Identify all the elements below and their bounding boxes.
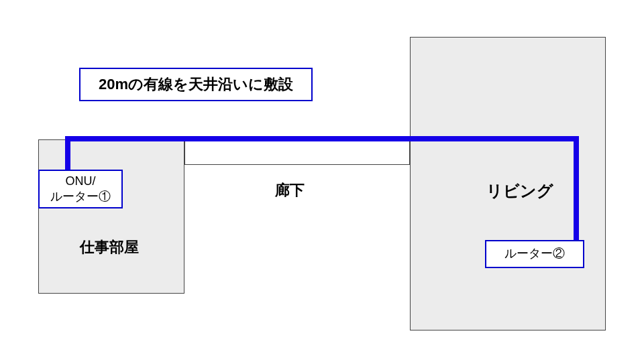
title-box: 20mの有線を天井沿いに敷設 xyxy=(79,68,313,101)
device-router2-label: ルーター② xyxy=(504,246,565,261)
cable-segment-horizontal xyxy=(65,136,579,141)
device-router2: ルーター② xyxy=(485,240,584,268)
device-onu-router1-label: ONU/ ルーター① xyxy=(50,174,111,205)
label-living: リビング xyxy=(480,180,560,202)
room-hallway xyxy=(184,139,410,165)
room-work xyxy=(38,139,184,294)
cable-segment-left-vertical xyxy=(65,136,70,174)
title-text: 20mの有線を天井沿いに敷設 xyxy=(99,74,293,95)
label-work-room: 仕事部屋 xyxy=(69,237,150,257)
label-hallway: 廊下 xyxy=(263,180,317,200)
cable-segment-right-vertical xyxy=(574,136,579,242)
device-onu-router1: ONU/ ルーター① xyxy=(38,170,123,208)
